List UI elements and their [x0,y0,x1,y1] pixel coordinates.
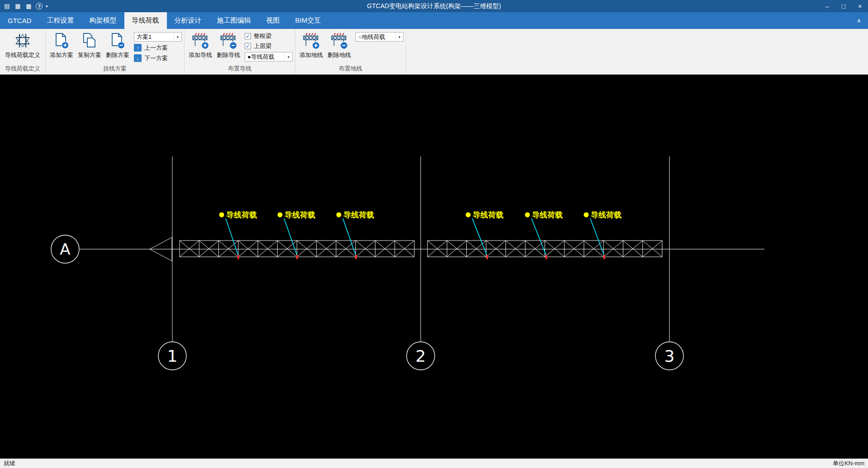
truss-minus-icon [219,31,237,50]
grid-bubble-label-2: 2 [416,347,426,365]
button-label: 删除导线 [217,51,240,59]
close-button[interactable]: × [852,0,868,12]
add-conductor-button[interactable]: 添加导线 [187,30,214,59]
group-place-ground-wire: 添加地线 [295,29,406,74]
wire-load-dot-1[interactable] [219,213,224,217]
wire-load-label-6[interactable]: 导线荷载 [591,210,621,219]
window-controls: – □ × [819,0,868,12]
tab-frame-model[interactable]: 构架模型 [82,12,124,29]
tab-analysis-design[interactable]: 分析设计 [167,12,209,29]
quick-icon-2[interactable]: ▦ [14,2,22,10]
group-label: 挂线方案 [48,64,182,74]
prev-scheme-button[interactable]: ↑ 上一方案 [134,43,182,52]
button-label: 上一方案 [144,44,168,52]
minimize-button[interactable]: – [819,0,835,12]
upper-beam-checkbox[interactable]: ✓ 上层梁 [245,42,293,50]
conductor-wire-3[interactable] [343,218,356,256]
status-units-text: 单位KN-mm [833,459,864,468]
statusbar: 就绪 单位KN-mm [0,459,868,468]
chevron-down-icon: ▾ [285,52,292,61]
scheme-select-value: 方案1 [137,33,152,41]
group-label: 布置导线 [187,64,293,74]
tab-conductor-load[interactable]: 导线荷载 [124,12,167,29]
quick-icon-3[interactable]: ▩ [25,2,33,10]
conductor-load-select[interactable]: ●导线荷载 ▾ [245,52,293,61]
whole-beam-checkbox[interactable]: ✓ 整根梁 [245,32,293,40]
button-label: 添加地线 [299,51,323,59]
grid-bubble-label-1: 1 [167,347,178,365]
button-label: 添加方案 [50,51,73,59]
cad-canvas[interactable]: A123导线荷载导线荷载导线荷载导线荷载导线荷载导线荷载 [0,75,868,459]
group-hanging-scheme: 添加方案 复制方案 [46,29,185,74]
collapse-ribbon-icon[interactable]: ∧ [850,12,868,29]
hang-point-6[interactable] [603,255,605,259]
group-label: 导线荷载定义 [2,64,43,74]
conductor-wire-1[interactable] [226,218,238,256]
conductor-wire-2[interactable] [284,218,297,256]
checkbox-checked-icon: ✓ [245,33,251,39]
add-scheme-button[interactable]: 添加方案 [48,30,75,59]
button-label: 删除方案 [106,51,129,59]
checkbox-label: 整根梁 [254,32,271,40]
down-arrow-icon: ↓ [134,54,142,62]
add-ground-wire-button[interactable]: 添加地线 [298,30,325,59]
wire-load-dot-2[interactable] [278,213,283,217]
conductor-wire-6[interactable] [590,218,604,256]
titlebar: ▤ ▦ ▩ ? ▾ GTCAD变电站构架设计系统(构架——三维模型) – □ × [0,0,868,12]
help-icon[interactable]: ? [36,3,43,9]
checkbox-label: 上层梁 [254,42,271,50]
hang-point-3[interactable] [355,255,357,259]
hang-point-4[interactable] [486,255,488,259]
button-label: 删除地线 [327,51,351,59]
gantry-plus-icon [302,31,320,50]
tab-construction-drawing-edit[interactable]: 施工图编辑 [209,12,259,29]
delete-ground-wire-button[interactable]: 删除地线 [326,30,353,59]
tab-project-settings[interactable]: 工程设置 [39,12,82,29]
ground-load-select[interactable]: ○地线荷载 ▾ [356,32,403,42]
app-window: ▤ ▦ ▩ ? ▾ GTCAD变电站构架设计系统(构架——三维模型) – □ ×… [0,0,868,468]
delete-scheme-button[interactable]: 删除方案 [104,30,131,59]
button-label: 复制方案 [78,51,101,59]
status-ready-text: 就绪 [4,459,15,468]
wire-load-dot-5[interactable] [525,213,530,217]
wire-load-label-3[interactable]: 导线荷载 [343,210,374,219]
hang-point-5[interactable] [545,255,547,259]
button-label: 导线荷载定义 [5,51,40,59]
maximize-button[interactable]: □ [835,0,852,12]
tab-view[interactable]: 视图 [259,12,288,29]
window-title: GTCAD变电站构架设计系统(构架——三维模型) [0,2,868,10]
wire-load-label-4[interactable]: 导线荷载 [473,210,503,219]
axis-bubble-A-label: A [60,240,70,258]
drawing-area[interactable]: A123导线荷载导线荷载导线荷载导线荷载导线荷载导线荷载 [0,75,868,459]
truss-plus-icon [191,31,209,50]
conductor-wire-5[interactable] [531,218,546,256]
document-minus-icon [109,31,127,50]
hang-point-2[interactable] [296,255,298,259]
copy-document-icon [81,31,99,50]
copy-scheme-button[interactable]: 复制方案 [76,30,103,59]
wire-load-dot-3[interactable] [337,213,342,217]
chevron-down-icon: ▾ [174,33,181,41]
scheme-select[interactable]: 方案1 ▾ [134,32,182,42]
conductor-load-define-icon [14,31,32,50]
wire-load-label-1[interactable]: 导线荷载 [226,210,257,219]
conductor-load-define-button[interactable]: 导线荷载定义 [2,30,43,59]
truss-beam-2[interactable] [427,241,662,257]
quick-access-caret-icon[interactable]: ▾ [46,4,48,9]
wire-load-dot-6[interactable] [584,213,589,217]
checkbox-checked-icon: ✓ [245,43,251,49]
hang-point-1[interactable] [237,255,239,259]
tab-gtcad[interactable]: GTCAD [0,12,39,29]
button-label: 下一方案 [144,54,168,62]
next-scheme-button[interactable]: ↓ 下一方案 [134,54,182,62]
ground-load-select-value: ○地线荷载 [358,33,385,41]
ribbon: 导线荷载定义 导线荷载定义 添加方案 [0,29,868,75]
wire-load-dot-4[interactable] [466,213,471,217]
wire-load-label-2[interactable]: 导线荷载 [285,210,315,219]
tab-bim-interaction[interactable]: BIM交互 [288,12,329,29]
group-conductor-load-define: 导线荷载定义 导线荷载定义 [0,29,46,74]
delete-conductor-button[interactable]: 删除导线 [215,30,242,59]
wire-load-label-5[interactable]: 导线荷载 [532,210,563,219]
quick-icon-1[interactable]: ▤ [3,2,11,10]
ribbon-tabbar: GTCAD 工程设置 构架模型 导线荷载 分析设计 施工图编辑 视图 BIM交互… [0,12,868,29]
